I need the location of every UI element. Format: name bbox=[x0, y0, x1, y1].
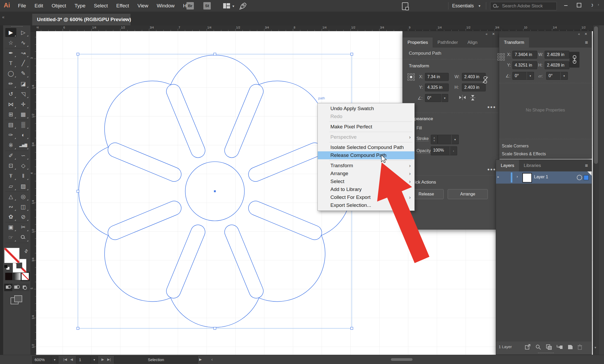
prev-page-button[interactable]: ◀ bbox=[70, 356, 73, 363]
flip-horizontal-icon[interactable] bbox=[459, 95, 466, 100]
magic-wand-tool[interactable]: ☆ bbox=[5, 38, 16, 47]
stock-search-box[interactable]: ▾ bbox=[490, 2, 557, 10]
status-popup-icon[interactable]: ▶ bbox=[199, 356, 202, 363]
eraser-tool[interactable]: ◪ bbox=[18, 79, 29, 88]
layers-menu-icon[interactable]: ≡ bbox=[585, 163, 588, 169]
device-preview-icon[interactable] bbox=[402, 2, 408, 10]
menu-item-export-selection[interactable]: Export Selection... bbox=[318, 201, 414, 209]
eyedropper-tool[interactable]: ✑ bbox=[5, 130, 16, 139]
transform-close-icon[interactable]: ✕ bbox=[584, 32, 587, 36]
selection-handle[interactable] bbox=[351, 53, 353, 55]
menu-item-arrange[interactable]: Arrange› bbox=[318, 170, 414, 178]
locate-object-icon[interactable] bbox=[535, 344, 542, 350]
arrange-button[interactable]: Arrange bbox=[448, 189, 488, 199]
path-smooth-tool[interactable]: ∾ bbox=[5, 202, 16, 211]
y-field[interactable]: 4.325 in bbox=[425, 83, 449, 91]
vertical-scrollbar[interactable]: ▾ bbox=[593, 25, 599, 355]
draw-normal-button[interactable] bbox=[4, 284, 12, 291]
collect-for-export-icon[interactable] bbox=[525, 344, 531, 350]
default-fill-stroke-icon[interactable] bbox=[4, 265, 10, 270]
tp-shear-chevron-icon[interactable]: ▾ bbox=[560, 72, 568, 80]
layer-target-icon[interactable] bbox=[577, 175, 582, 180]
petal-channel-path[interactable] bbox=[246, 199, 324, 242]
menu-item-isolate-selected-compound-path[interactable]: Isolate Selected Compound Path bbox=[318, 143, 414, 151]
draw-inside-button[interactable] bbox=[21, 284, 29, 291]
petal-channel-path[interactable] bbox=[246, 141, 324, 184]
minimize-button[interactable] bbox=[559, 0, 572, 11]
symbols-tool[interactable]: ◎ bbox=[18, 192, 29, 201]
delete-layer-icon[interactable] bbox=[577, 344, 583, 350]
new-sublayer-icon[interactable] bbox=[556, 344, 563, 350]
hscroll-left-icon[interactable]: ‹ bbox=[211, 356, 213, 363]
zoom-limit-tool[interactable]: ⊘ bbox=[18, 212, 29, 221]
page-chevron-icon[interactable]: ▾ bbox=[91, 356, 98, 363]
selection-handle[interactable] bbox=[214, 327, 216, 330]
menu-item-redo[interactable]: Redo bbox=[318, 113, 414, 120]
tp-shear-field[interactable]: 0° bbox=[546, 72, 563, 80]
menu-select[interactable]: Select bbox=[90, 0, 112, 12]
layers-resize-grip[interactable] bbox=[538, 353, 554, 354]
paintbrush-tool[interactable]: ✎ bbox=[18, 69, 29, 78]
layer-name[interactable]: Layer 1 bbox=[534, 175, 548, 179]
scale-tool[interactable]: ◹ bbox=[18, 90, 29, 99]
blend-tool[interactable]: ◐ bbox=[18, 130, 29, 139]
selection-handle[interactable] bbox=[77, 190, 79, 193]
petal-channel-path[interactable] bbox=[164, 82, 207, 160]
new-layer-icon[interactable] bbox=[567, 344, 574, 350]
selection-center-point[interactable] bbox=[214, 190, 216, 192]
tools-panel-grip[interactable] bbox=[11, 26, 23, 28]
transform-collapse-icon[interactable]: « bbox=[578, 32, 580, 36]
menu-item-collect-for-export[interactable]: Collect For Export› bbox=[318, 193, 414, 201]
petal-channel-path[interactable] bbox=[164, 223, 207, 300]
tp-y-field[interactable]: 4.3251 in bbox=[512, 61, 537, 69]
diagram-tool[interactable]: ◫ bbox=[18, 202, 29, 211]
tp-x-field[interactable]: 7.3404 in bbox=[512, 51, 537, 59]
zoom-chevron-icon[interactable]: ▾ bbox=[51, 356, 58, 363]
opacity-arrow-icon[interactable]: › bbox=[450, 146, 457, 155]
menu-item-release-compound-path[interactable]: Release Compound Path bbox=[318, 151, 414, 159]
angle-chevron-icon[interactable]: ▾ bbox=[441, 94, 448, 102]
menu-item-undo-apply-swatch[interactable]: Undo Apply Swatch bbox=[318, 105, 414, 113]
bridge-button[interactable]: Br bbox=[186, 2, 194, 10]
collapse-icon[interactable]: « bbox=[2, 15, 4, 20]
width-tool[interactable]: ⋈ bbox=[5, 100, 16, 109]
menu-item-transform[interactable]: Transform› bbox=[318, 162, 414, 170]
gradient-tool[interactable]: ▒ bbox=[18, 120, 29, 129]
blob-brush-tool[interactable]: ✐ bbox=[5, 151, 16, 160]
clipping-mask-icon[interactable] bbox=[546, 344, 553, 350]
hand-tool[interactable]: ☞ bbox=[5, 233, 16, 242]
menu-edit[interactable]: Edit bbox=[30, 0, 48, 12]
measure-tool[interactable]: ‖ bbox=[18, 171, 29, 180]
angle-field[interactable]: 0° bbox=[425, 94, 441, 102]
panel-collapse-icon[interactable]: « bbox=[486, 32, 488, 36]
fill-color-swatch[interactable] bbox=[4, 248, 20, 263]
petal-channel-path[interactable] bbox=[222, 223, 265, 300]
tab-pathfinder[interactable]: Pathfinder bbox=[433, 38, 463, 48]
layer-row[interactable]: ▸ › Layer 1 bbox=[496, 171, 592, 184]
vertical-ruler[interactable]: 31/41/23/441/41/23/451/41/2 bbox=[30, 31, 36, 355]
menu-item-select[interactable]: Select› bbox=[318, 178, 414, 185]
flip-vertical-icon[interactable] bbox=[470, 95, 476, 101]
none-mode-button[interactable] bbox=[21, 273, 29, 280]
x-field[interactable]: 7.34 in bbox=[425, 73, 449, 81]
arrange-documents-icon[interactable] bbox=[223, 3, 230, 8]
tp-w-field[interactable]: 2.4028 in bbox=[545, 51, 569, 59]
layer-expand-icon[interactable]: › bbox=[517, 174, 518, 179]
layer-thumbnail[interactable] bbox=[522, 173, 532, 183]
draw-behind-button[interactable] bbox=[13, 284, 21, 291]
menu-object[interactable]: Object bbox=[47, 0, 70, 12]
type-tool[interactable]: T bbox=[5, 59, 16, 68]
tp-rotate-field[interactable]: 0° bbox=[512, 72, 529, 80]
direct-selection-tool[interactable]: ▷ bbox=[18, 28, 29, 37]
scale-corners-label[interactable]: Scale Corners bbox=[502, 144, 528, 148]
gradient-mode-button[interactable] bbox=[13, 273, 21, 280]
line-segment-tool[interactable]: ╱ bbox=[18, 59, 29, 68]
menu-file[interactable]: File bbox=[14, 0, 30, 12]
h-field[interactable]: 2.403 in bbox=[462, 83, 486, 91]
menu-window[interactable]: Window bbox=[152, 0, 179, 12]
perspective-grid-tool[interactable]: ▦ bbox=[18, 110, 29, 119]
vertical-scrollbar-thumb[interactable] bbox=[594, 26, 598, 164]
stroke-weight-chevron-icon[interactable]: ▾ bbox=[451, 135, 459, 144]
transform-more-options-icon[interactable]: ●●● bbox=[487, 105, 496, 109]
arrange-documents-chevron-icon[interactable]: ▾ bbox=[232, 4, 234, 8]
